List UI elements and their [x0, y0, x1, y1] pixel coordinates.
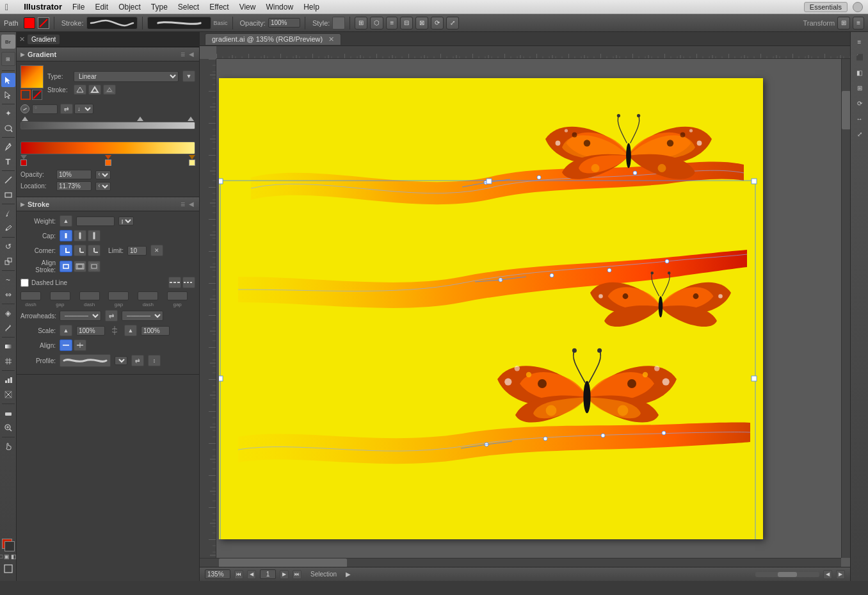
rotate-90-button[interactable]: ⟳	[431, 17, 444, 29]
align-left-button[interactable]: ⬡	[370, 17, 383, 29]
menu-type[interactable]: Type	[151, 3, 168, 12]
scroll-left-btn[interactable]: ◀	[823, 570, 832, 579]
panel-options[interactable]: ≡	[853, 17, 864, 29]
opacity-unit-select[interactable]: %	[95, 170, 111, 179]
profile-vertical-flip-btn[interactable]: ↕	[148, 355, 161, 366]
gradient-panel-collapse[interactable]: ◀	[189, 51, 194, 58]
tool-paintbrush[interactable]	[1, 206, 15, 220]
dashed-corner-preserving-btn[interactable]	[168, 277, 181, 288]
gradient-fill-swatch[interactable]	[20, 65, 44, 88]
menu-view[interactable]: View	[239, 3, 256, 12]
align-center-button[interactable]: ≡	[386, 17, 398, 29]
scrollbar-thumb-horizontal[interactable]	[219, 558, 347, 567]
gradient-angle-input[interactable]	[32, 104, 58, 114]
tool-type[interactable]: T	[1, 154, 15, 168]
gap-3-input[interactable]	[167, 291, 188, 300]
gradient-reverse-btn[interactable]: ⇄	[60, 104, 73, 114]
stroke-panel-menu[interactable]: ≡	[181, 200, 185, 209]
menu-file[interactable]: File	[72, 3, 84, 12]
canvas-container[interactable]	[200, 46, 850, 567]
right-btn-7[interactable]: ⤢	[853, 127, 867, 141]
flip-button[interactable]: ⤢	[446, 17, 459, 29]
menu-edit[interactable]: Edit	[95, 3, 108, 12]
tool-magic-wand[interactable]: ✦	[1, 106, 15, 120]
cap-square-btn[interactable]	[88, 230, 100, 241]
tool-rotate[interactable]: ↺	[1, 240, 15, 254]
arrowhead-start-select[interactable]: ──────	[60, 311, 101, 321]
right-btn-5[interactable]: ⟳	[853, 96, 867, 110]
location-unit-select[interactable]: %	[95, 182, 111, 191]
tool-scale[interactable]	[1, 254, 15, 268]
menu-select[interactable]: Select	[178, 3, 199, 12]
gradient-angle-dial[interactable]	[20, 104, 29, 113]
gradient-opacity-track[interactable]	[20, 122, 195, 129]
stroke-center-btn[interactable]	[88, 85, 101, 95]
scale-decrease-end[interactable]: ▲	[124, 325, 137, 336]
color-stop-right[interactable]	[189, 155, 195, 166]
arrowhead-swap-btn[interactable]: ⇄	[105, 310, 118, 322]
document-close-button[interactable]: ✕	[328, 35, 334, 43]
tool-mesh[interactable]	[1, 354, 15, 368]
align-right-button[interactable]: ⊟	[400, 17, 413, 29]
right-btn-3[interactable]: ◧	[853, 65, 867, 79]
gradient-upper-handle-right[interactable]	[188, 117, 194, 121]
gap-2-input[interactable]	[108, 291, 129, 300]
corner-miter-btn[interactable]	[60, 245, 72, 256]
weight-input[interactable]	[76, 216, 115, 226]
gradient-icon[interactable]: ◧	[11, 553, 17, 560]
tool-rectangle[interactable]	[1, 188, 15, 202]
style-button[interactable]	[332, 17, 345, 29]
menu-effect[interactable]: Effect	[209, 3, 229, 12]
arrowhead-end-select[interactable]: ──────	[122, 311, 163, 321]
stroke-inside-btn[interactable]	[74, 85, 86, 95]
tool-width[interactable]: ⇔	[1, 288, 15, 302]
gradient-upper-handle-left[interactable]	[22, 117, 28, 121]
scrollbar-thumb-vertical[interactable]	[842, 91, 850, 129]
weight-unit-select[interactable]: pt	[118, 216, 134, 225]
color-stop-left[interactable]	[20, 155, 27, 166]
corner-bevel-btn[interactable]	[88, 245, 100, 256]
gradient-options-btn[interactable]: ▼	[182, 70, 195, 82]
align-outside-stroke-btn[interactable]	[88, 261, 100, 272]
stroke-panel-collapse[interactable]: ◀	[189, 200, 194, 208]
essentials-button[interactable]: Essentials	[804, 2, 848, 12]
fill-inner-indicator[interactable]	[32, 90, 42, 100]
fill-color-button[interactable]	[24, 17, 35, 29]
opacity-input[interactable]	[268, 18, 300, 28]
opacity-value-input[interactable]	[56, 170, 92, 179]
tool-pencil[interactable]	[1, 221, 15, 235]
tool-pen[interactable]	[1, 140, 15, 154]
zoom-input[interactable]	[205, 569, 230, 579]
right-btn-6[interactable]: ↔	[853, 111, 867, 126]
tool-eyedropper[interactable]	[1, 321, 15, 335]
page-last-btn[interactable]: ⏭	[293, 570, 301, 579]
tool-direct-selection[interactable]	[1, 88, 15, 102]
limit-input[interactable]	[127, 246, 147, 256]
tool-eraser[interactable]	[1, 406, 15, 420]
gap-1-input[interactable]	[50, 291, 70, 300]
stroke-indicator[interactable]	[4, 541, 15, 551]
gradient-color-bar[interactable]	[20, 142, 195, 154]
tool-chart[interactable]	[1, 373, 15, 387]
page-next-btn[interactable]: ▶	[280, 570, 289, 579]
tool-line[interactable]	[1, 173, 15, 187]
gradient-panel-header[interactable]: ▶ Gradient ≡ ◀	[17, 47, 199, 61]
panel-close-button[interactable]: ✕	[19, 35, 25, 44]
scrollbar-bottom[interactable]	[200, 558, 841, 567]
grid-button[interactable]: ⊞	[355, 17, 367, 29]
scale-start-input[interactable]	[76, 326, 105, 336]
weight-decrease-btn[interactable]: ▲	[60, 215, 72, 227]
right-btn-4[interactable]: ⊞	[853, 81, 867, 95]
align-start-btn[interactable]	[60, 339, 72, 351]
right-btn-1[interactable]: ≡	[853, 35, 867, 49]
bridge-button[interactable]: Br	[1, 35, 15, 49]
page-prev-btn[interactable]: ◀	[247, 570, 256, 579]
align-center-stroke-btn[interactable]	[60, 261, 72, 272]
document-tab[interactable]: gradient.ai @ 135% (RGB/Preview) ✕	[205, 33, 341, 45]
ai-icon[interactable]: ⊞	[1, 52, 15, 66]
scrollbar-right[interactable]	[841, 59, 850, 558]
gradient-upper-handle-mid[interactable]	[137, 117, 143, 121]
menu-window[interactable]: Window	[266, 3, 293, 12]
gradient-repeat-select[interactable]: ↓	[74, 104, 93, 114]
apple-menu[interactable]: 	[5, 2, 8, 12]
